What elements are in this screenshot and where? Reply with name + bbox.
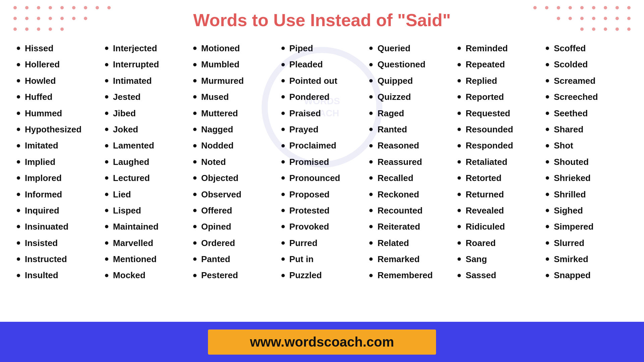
- word-label: Remembered: [377, 269, 433, 281]
- list-item: Interrupted: [105, 56, 186, 72]
- bullet-icon: [546, 193, 549, 196]
- word-column-5: QueriedQuestionedQuippedQuizzedRagedRant…: [366, 40, 454, 284]
- word-label: Queried: [377, 42, 410, 54]
- bullet-icon: [281, 193, 285, 196]
- bullet-icon: [17, 160, 20, 164]
- word-label: Hypothesized: [25, 123, 82, 135]
- word-label: Related: [377, 237, 409, 249]
- bullet-icon: [193, 79, 197, 82]
- word-label: Scolded: [554, 58, 588, 70]
- list-item: Revealed: [458, 202, 539, 219]
- bullet-icon: [546, 128, 549, 131]
- bullet-icon: [369, 144, 373, 147]
- list-item: Retaliated: [458, 154, 539, 170]
- list-item: Imitated: [17, 137, 98, 154]
- bullet-icon: [281, 241, 285, 245]
- bullet-icon: [369, 176, 373, 180]
- list-item: Quipped: [369, 73, 451, 89]
- bullet-icon: [281, 144, 285, 147]
- bullet-icon: [458, 112, 461, 115]
- list-item: Muttered: [193, 105, 275, 121]
- word-label: Sighed: [554, 204, 583, 217]
- word-label: Hollered: [25, 58, 60, 70]
- list-item: Informed: [17, 186, 98, 202]
- bullet-icon: [105, 112, 108, 115]
- list-item: Jested: [105, 89, 186, 105]
- list-item: Screamed: [546, 73, 627, 89]
- bullet-icon: [546, 144, 549, 147]
- list-item: Inquired: [17, 202, 98, 219]
- word-label: Questioned: [377, 58, 425, 70]
- bullet-icon: [105, 47, 108, 50]
- list-item: Shared: [546, 121, 627, 137]
- word-label: Resounded: [466, 123, 513, 135]
- bullet-icon: [281, 79, 285, 82]
- word-label: Joked: [113, 123, 138, 135]
- word-label: Interrupted: [113, 58, 159, 70]
- list-item: Reasoned: [369, 137, 451, 154]
- word-label: Jibed: [113, 107, 136, 119]
- bullet-icon: [458, 209, 461, 212]
- list-item: Lectured: [105, 170, 186, 186]
- word-label: Observed: [201, 188, 241, 200]
- list-item: Murmured: [193, 73, 275, 89]
- list-item: Pleaded: [281, 56, 363, 72]
- word-column-3: MotionedMumbledMurmuredMusedMutteredNagg…: [190, 40, 278, 284]
- word-label: Screamed: [554, 75, 595, 87]
- word-label: Offered: [201, 204, 232, 217]
- list-item: Lisped: [105, 202, 186, 219]
- list-item: Offered: [193, 202, 275, 219]
- list-item: Ordered: [193, 235, 275, 251]
- bullet-icon: [369, 79, 373, 82]
- list-item: Pronounced: [281, 170, 363, 186]
- list-item: Piped: [281, 40, 363, 56]
- list-item: Interjected: [105, 40, 186, 56]
- list-item: Laughed: [105, 154, 186, 170]
- word-label: Howled: [25, 75, 56, 87]
- bullet-icon: [281, 209, 285, 212]
- list-item: Pestered: [193, 267, 275, 283]
- word-label: Objected: [201, 172, 238, 184]
- bullet-icon: [193, 128, 197, 131]
- list-item: Snapped: [546, 267, 627, 283]
- bullet-icon: [546, 241, 549, 245]
- list-item: Sassed: [458, 267, 539, 283]
- word-label: Reported: [466, 91, 504, 103]
- bullet-icon: [369, 47, 373, 50]
- bullet-icon: [369, 63, 373, 66]
- list-item: Proposed: [281, 186, 363, 202]
- list-item: Jibed: [105, 105, 186, 121]
- word-label: Put in: [289, 253, 314, 265]
- word-label: Returned: [466, 188, 504, 200]
- list-item: Implied: [17, 154, 98, 170]
- word-label: Pondered: [289, 91, 330, 103]
- word-label: Requested: [466, 107, 510, 119]
- list-item: Quizzed: [369, 89, 451, 105]
- bullet-icon: [369, 274, 373, 277]
- bullet-icon: [458, 274, 461, 277]
- list-item: Implored: [17, 170, 98, 186]
- list-item: Scoffed: [546, 40, 627, 56]
- bullet-icon: [105, 144, 108, 147]
- word-label: Mocked: [113, 269, 146, 281]
- list-item: Huffed: [17, 89, 98, 105]
- bullet-icon: [105, 95, 108, 99]
- bullet-icon: [105, 225, 108, 228]
- list-item: Remembered: [369, 267, 451, 283]
- list-item: Pointed out: [281, 73, 363, 89]
- footer-url-text: www.wordscoach.com: [250, 335, 394, 350]
- word-label: Quipped: [377, 75, 413, 87]
- word-label: Ridiculed: [466, 221, 505, 233]
- word-label: Retorted: [466, 172, 501, 184]
- word-label: Hummed: [25, 107, 62, 119]
- bullet-icon: [17, 144, 20, 147]
- bullet-icon: [281, 225, 285, 228]
- list-item: Scolded: [546, 56, 627, 72]
- bullet-icon: [193, 95, 197, 99]
- footer-bar: www.wordscoach.com: [0, 322, 644, 362]
- bullet-icon: [281, 112, 285, 115]
- list-item: Objected: [193, 170, 275, 186]
- bullet-icon: [193, 193, 197, 196]
- bullet-icon: [458, 241, 461, 245]
- list-item: Intimated: [105, 73, 186, 89]
